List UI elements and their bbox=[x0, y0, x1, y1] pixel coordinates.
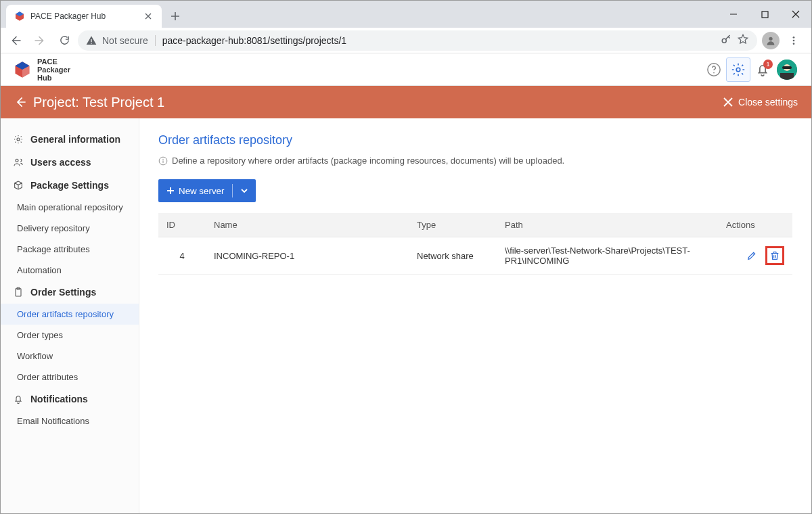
nav-forward-button[interactable] bbox=[29, 30, 51, 51]
browser-menu-button[interactable] bbox=[783, 30, 805, 51]
profile-button[interactable] bbox=[760, 30, 782, 51]
arrow-left-icon bbox=[14, 95, 28, 109]
divider bbox=[155, 35, 156, 46]
sidebar-section-package[interactable]: Package Settings bbox=[1, 174, 139, 197]
key-icon[interactable] bbox=[721, 33, 733, 47]
col-name[interactable]: Name bbox=[206, 213, 409, 237]
users-icon bbox=[13, 157, 24, 168]
svg-point-5 bbox=[793, 43, 795, 45]
cube-icon bbox=[14, 11, 25, 22]
tab-title: PACE Packager Hub bbox=[30, 11, 137, 21]
nav-back-button[interactable] bbox=[5, 30, 26, 51]
close-tab-icon[interactable] bbox=[143, 11, 154, 22]
window-controls bbox=[718, 1, 811, 28]
col-type[interactable]: Type bbox=[409, 213, 497, 237]
svg-point-18 bbox=[162, 158, 163, 159]
edit-button[interactable] bbox=[742, 246, 761, 265]
sidebar-item-automation[interactable]: Automation bbox=[1, 260, 139, 281]
svg-point-14 bbox=[16, 159, 18, 162]
new-server-dropdown[interactable] bbox=[233, 179, 256, 202]
content-area: Order artifacts repository Define a repo… bbox=[139, 118, 811, 513]
svg-point-13 bbox=[17, 138, 20, 141]
delete-button[interactable] bbox=[765, 246, 784, 265]
clipboard-icon bbox=[13, 287, 24, 298]
svg-point-4 bbox=[793, 39, 795, 41]
sidebar-item-main-repo[interactable]: Main operational repository bbox=[1, 197, 139, 218]
notifications-button[interactable]: 1 bbox=[750, 57, 775, 82]
content-heading: Order artifacts repository bbox=[158, 133, 792, 147]
brand-text: PACEPackagerHub bbox=[37, 57, 70, 82]
cell-name: INCOMING-REPO-1 bbox=[206, 237, 409, 275]
window-close-button[interactable] bbox=[780, 1, 811, 28]
url-input[interactable] bbox=[162, 35, 714, 46]
close-settings-button[interactable]: Close settings bbox=[723, 97, 798, 108]
sidebar-section-order[interactable]: Order Settings bbox=[1, 281, 139, 304]
brand-logo[interactable]: PACEPackagerHub bbox=[13, 57, 70, 82]
bell-icon bbox=[13, 394, 24, 404]
warning-icon bbox=[86, 35, 97, 46]
minimize-button[interactable] bbox=[718, 1, 749, 28]
reload-button[interactable] bbox=[53, 30, 75, 51]
help-button[interactable] bbox=[702, 57, 726, 82]
info-icon bbox=[158, 156, 168, 166]
settings-button[interactable] bbox=[726, 57, 750, 82]
col-actions[interactable]: Actions bbox=[718, 213, 792, 237]
app-window: PACE Packager Hub bbox=[0, 0, 812, 514]
notification-badge: 1 bbox=[763, 60, 773, 69]
sidebar-item-order-types[interactable]: Order types bbox=[1, 325, 139, 346]
address-bar[interactable]: Not secure bbox=[78, 30, 757, 51]
cell-path: \\file-server\Test-Network-Share\Project… bbox=[497, 237, 718, 275]
security-indicator[interactable]: Not secure bbox=[86, 35, 148, 46]
sidebar-section-general[interactable]: General information bbox=[1, 128, 139, 151]
sidebar-item-workflow[interactable]: Workflow bbox=[1, 346, 139, 367]
page-back-button[interactable] bbox=[14, 95, 33, 109]
sidebar-item-order-artifacts[interactable]: Order artifacts repository bbox=[1, 304, 139, 325]
close-icon bbox=[723, 97, 733, 107]
table-row[interactable]: 4 INCOMING-REPO-1 Network share \\file-s… bbox=[158, 237, 792, 275]
servers-table: ID Name Type Path Actions 4 INCOMING-REP… bbox=[158, 213, 792, 275]
page-title: Project: Test Project 1 bbox=[33, 95, 164, 110]
sidebar-item-email-notifications[interactable]: Email Notifications bbox=[1, 411, 139, 431]
col-path[interactable]: Path bbox=[497, 213, 718, 237]
gear-icon bbox=[731, 62, 746, 77]
kebab-icon bbox=[788, 35, 799, 46]
pencil-icon bbox=[746, 250, 757, 261]
cube-icon bbox=[13, 180, 24, 191]
sidebar-section-notifications[interactable]: Notifications bbox=[1, 388, 139, 411]
sidebar-item-package-attrs[interactable]: Package attributes bbox=[1, 239, 139, 260]
star-icon[interactable] bbox=[737, 33, 749, 47]
tab-strip: PACE Packager Hub bbox=[1, 1, 718, 28]
info-line: Define a repository where order artifact… bbox=[158, 156, 792, 166]
avatar-icon bbox=[777, 60, 797, 80]
cell-type: Network share bbox=[409, 237, 497, 275]
new-server-button[interactable]: New server bbox=[158, 179, 256, 202]
page-body: General information Users access Package… bbox=[1, 118, 811, 513]
page-header-bar: Project: Test Project 1 Close settings bbox=[1, 86, 811, 118]
person-icon bbox=[762, 32, 780, 49]
svg-point-8 bbox=[736, 68, 740, 72]
help-icon bbox=[706, 62, 721, 77]
svg-rect-11 bbox=[782, 66, 792, 69]
col-id[interactable]: ID bbox=[158, 213, 206, 237]
sidebar-item-delivery-repo[interactable]: Delivery repository bbox=[1, 218, 139, 239]
not-secure-label: Not secure bbox=[102, 35, 148, 46]
browser-tab[interactable]: PACE Packager Hub bbox=[6, 5, 162, 28]
browser-toolbar: Not secure bbox=[1, 28, 811, 53]
maximize-button[interactable] bbox=[749, 1, 780, 28]
plus-icon bbox=[166, 187, 175, 195]
new-tab-button[interactable] bbox=[166, 7, 185, 26]
svg-point-2 bbox=[769, 37, 772, 40]
window-titlebar: PACE Packager Hub bbox=[1, 1, 811, 28]
settings-sidebar: General information Users access Package… bbox=[1, 118, 139, 513]
svg-rect-0 bbox=[762, 11, 768, 18]
cell-id: 4 bbox=[158, 237, 206, 275]
close-settings-label: Close settings bbox=[738, 97, 798, 108]
cube-icon bbox=[13, 60, 32, 79]
svg-point-1 bbox=[722, 39, 726, 43]
svg-point-7 bbox=[713, 72, 715, 73]
svg-rect-12 bbox=[780, 73, 794, 80]
user-avatar[interactable] bbox=[775, 57, 799, 82]
gear-icon bbox=[13, 134, 24, 145]
sidebar-section-users[interactable]: Users access bbox=[1, 151, 139, 174]
sidebar-item-order-attrs[interactable]: Order attributes bbox=[1, 367, 139, 388]
